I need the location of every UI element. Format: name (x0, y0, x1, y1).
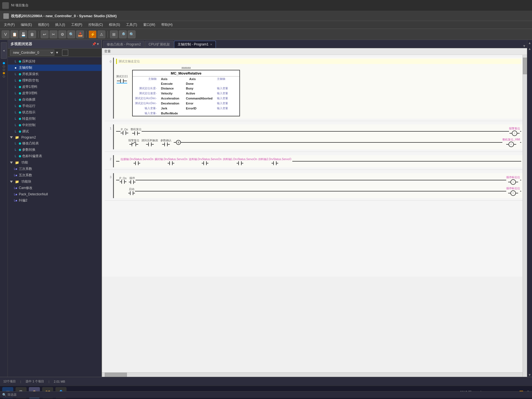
menu-insert[interactable]: 插入(I) (52, 21, 68, 28)
indicator-4 (3, 72, 5, 74)
fb-out-cmdabort-var: 输入变量 (215, 96, 240, 101)
sidebar-folder-funcblock[interactable]: 📁 功能块 (8, 178, 101, 185)
folder-icon-func: 📁 (15, 161, 19, 165)
folder-icon-fb: 📁 (15, 180, 19, 184)
scrollbar-h[interactable] (102, 372, 523, 377)
toolbar-btn-2[interactable]: 📋 (11, 30, 18, 38)
controller-dropdown[interactable]: new_Controller_0 (10, 50, 54, 56)
menu-edit[interactable]: 编辑(E) (18, 21, 35, 28)
sidebar-item-turntable[interactable]: L 转盘控制 (8, 116, 101, 122)
sidebar-item-manual[interactable]: L 手动运行 (8, 103, 101, 109)
toolbar-btn-7[interactable]: ⚙ (58, 30, 66, 38)
sidebar-label-belt1: 皮带1理料 (22, 85, 37, 89)
menu-project[interactable]: 工程(P) (68, 21, 85, 28)
fb-out-axis-var: 主轴轴 (215, 76, 240, 82)
menu-tools[interactable]: 工具(T) (123, 21, 140, 28)
menu-bar: 文件(F) 编辑(E) 视图(V) 插入(I) 工程(P) 控制器(C) 模块(… (0, 21, 532, 29)
toolbar-btn-4[interactable]: 🗑 (28, 30, 36, 38)
active-marker: ■ (13, 66, 18, 70)
sidebar-item-colortable[interactable]: L 色标纠偏查表 (8, 153, 101, 159)
contact-label-test: 测试1111 (116, 75, 128, 78)
sidebar-item-camtable[interactable]: L 修改凸轮表 (8, 140, 101, 147)
sidebar-item-startup[interactable]: L 开机算袋长 (8, 71, 101, 77)
dot-color (19, 155, 21, 157)
right-panel-controls: ▲ ▲ ▼ (527, 40, 532, 377)
tab-cpu[interactable]: CPU/扩展机架 (145, 41, 173, 48)
sidebar-label-turntable: 转盘控制 (22, 116, 35, 121)
toolbar-btn-9[interactable]: 📥 (76, 30, 84, 38)
left-panel-tabs: ◄ (0, 40, 8, 377)
toolbar-btn-1[interactable]: V (2, 30, 9, 38)
contact-highlight (117, 83, 127, 83)
fb-icon-pack: L■ (13, 192, 18, 196)
dot-cam (19, 142, 21, 145)
expand-icon-p2 (10, 136, 13, 139)
sidebar-item-status[interactable]: L 状态指示 (8, 109, 101, 116)
scrollbar-thumb-h[interactable] (105, 373, 127, 377)
tab-camtable[interactable]: 修改凸轮表 - Program2 (103, 41, 144, 48)
tab-spindle[interactable]: 主轴控制 - Program1 ✕ (174, 41, 216, 48)
rung-number-1: 1 (105, 124, 111, 130)
rung-2: 2 拉膜轴.DrvStatus.ServoOn (105, 155, 524, 170)
menu-help[interactable]: 帮助(H) (158, 21, 175, 28)
rung-comment-0: 测试主轴走定位 (116, 59, 521, 64)
scrollbar-thumb-v[interactable] (523, 58, 527, 74)
toolbar-btn-11[interactable]: ⚠ (98, 30, 105, 38)
sidebar-item-belt3[interactable]: L 皮带3理料 (8, 90, 101, 96)
fb-out-error-var: 输入变量 (215, 101, 240, 106)
toolbar-btn-6[interactable]: ✂ (50, 30, 57, 38)
rung-1: 1 P_On (105, 124, 524, 152)
page-icon-6: L (13, 91, 18, 96)
toolbar-btn-5[interactable]: ↩ (41, 30, 48, 38)
sidebar-item-midseal[interactable]: L 中封控制 (8, 122, 101, 128)
sidebar-item-separate[interactable]: L 理料防空包 (8, 77, 101, 84)
page-icon-3: L (13, 72, 18, 76)
menu-module[interactable]: 模块(S) (106, 21, 123, 28)
ladder-area[interactable]: 0 测试主轴走定位 测试1111 (102, 55, 527, 377)
menu-view[interactable]: 视图(V) (35, 21, 52, 28)
dot-3 (19, 73, 21, 75)
sidebar-item-packdetect[interactable]: L■ Pack_DetectionNull (8, 191, 101, 197)
sidebar-title: 多视图浏览器 (11, 42, 32, 47)
fb-port-accel: Acceleration (159, 96, 184, 101)
tabs-scroll-right[interactable]: ▼ (523, 44, 527, 48)
tab-label-camtable: 修改凸轮表 - Program2 (107, 42, 141, 47)
menu-controller[interactable]: 控制器(C) (86, 21, 106, 28)
right-scroll-up[interactable]: ▲ (528, 41, 531, 45)
scrollbar-v[interactable] (523, 55, 527, 377)
pin-icon[interactable]: 📌 ▾ (92, 42, 99, 46)
variables-label: 变量 (104, 49, 111, 54)
toolbar-btn-8[interactable]: 🔍 (67, 30, 75, 38)
menu-file[interactable]: 文件(F) (1, 21, 17, 28)
tab-close-spindle[interactable]: ✕ (210, 43, 212, 46)
sidebar-item-debug[interactable]: L 调试 (8, 128, 101, 135)
func-icon-cubic: L■ (13, 167, 18, 171)
menu-window[interactable]: 窗口(W) (140, 21, 158, 28)
sidebar-item-correct2[interactable]: L■ 纠偏2 (8, 197, 101, 204)
sidebar-item-paramconv[interactable]: L 参数转换 (8, 147, 101, 153)
sidebar-item-autofilm[interactable]: L 自动换膜 (8, 96, 101, 103)
v-tab-1[interactable]: ◄ (1, 42, 7, 59)
sidebar-item-camedit[interactable]: L■ Cam修改 (8, 185, 101, 191)
rung-number-3: 3 (105, 173, 111, 179)
rung-number-2: 2 (105, 155, 111, 161)
indicator-3 (3, 69, 5, 71)
toolbar-btn-14[interactable]: 🔍 (128, 30, 135, 38)
main-area: ◄ 多视图浏览器 📌 ▾ new_Controller_0 ▼ L (0, 40, 532, 377)
sidebar-item-belt1[interactable]: L 皮带1理料 (8, 84, 101, 90)
toolbar-btn-12[interactable]: ⊞ (110, 30, 118, 38)
toolbar-btn-3[interactable]: 💾 (19, 30, 27, 38)
sidebar-item-spindle[interactable]: ■ 主轴控制 (8, 65, 101, 71)
right-scroll-down[interactable]: ▲ (528, 47, 531, 51)
sidebar-item-pressure[interactable]: L 压料反转 (8, 58, 101, 65)
sidebar-item-quintic[interactable]: L■ 五次系数 (8, 172, 101, 178)
toolbar-btn-13[interactable]: 🔎 (119, 30, 127, 38)
toolbar-btn-10[interactable]: ⚡ (89, 30, 96, 38)
rung1-row1: P_On (116, 127, 521, 136)
sidebar-folder-func[interactable]: 📁 功能 (8, 159, 101, 166)
sidebar-item-cubic[interactable]: L■ 三次系数 (8, 166, 101, 172)
func-table-mcmove: MC_MoveRelative 主轴轴 Axis Axis 主轴轴 (132, 70, 240, 116)
sidebar-folder-program2[interactable]: 📁 Program2 (8, 135, 101, 140)
right-scroll-bottom[interactable]: ▼ (528, 373, 531, 377)
fb-port-velocity: Velocity (159, 91, 184, 96)
